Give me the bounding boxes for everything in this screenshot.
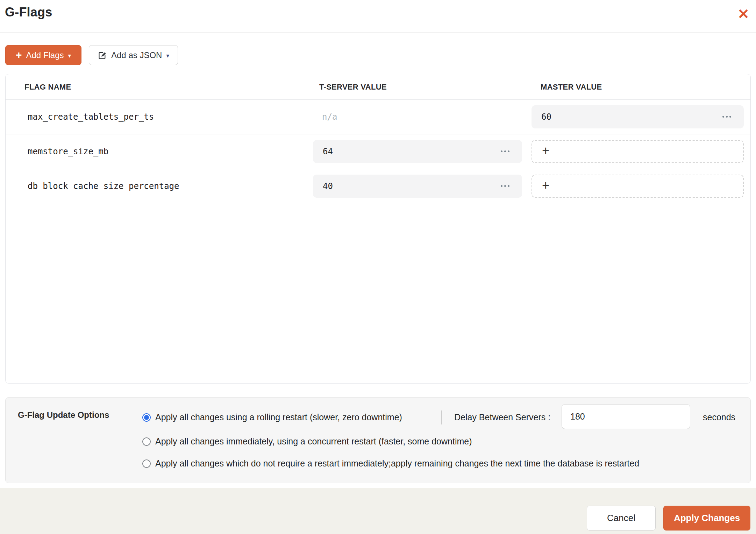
radio-label: Apply all changes using a rolling restar…	[155, 412, 402, 422]
tserver-value-cell[interactable]: 40	[313, 175, 522, 198]
cancel-button[interactable]: Cancel	[587, 506, 656, 531]
column-header-tserver-value: T-SERVER VALUE	[319, 83, 387, 92]
table-row: memstore_size_mb 64 +	[6, 134, 750, 169]
flags-table: FLAG NAME T-SERVER VALUE MASTER VALUE ma…	[5, 74, 751, 384]
column-header-flag-name: FLAG NAME	[24, 83, 71, 92]
tserver-value-empty: n/a	[322, 112, 337, 122]
chevron-down-icon: ▾	[166, 53, 169, 59]
modal-footer: Cancel Apply Changes	[0, 488, 756, 534]
delay-separator	[441, 410, 442, 424]
flag-name-cell: db_block_cache_size_percentage	[28, 181, 179, 191]
master-value-text: 60	[541, 112, 551, 122]
flag-name-cell: memstore_size_mb	[28, 147, 108, 156]
table-row: db_block_cache_size_percentage 40 +	[6, 169, 750, 203]
radio-option-no-restart[interactable]: Apply all changes which do not require a…	[142, 458, 639, 469]
radio-option-concurrent-restart[interactable]: Apply all changes immediately, using a c…	[142, 436, 472, 447]
tserver-value-text: 64	[323, 147, 333, 156]
options-divider	[132, 398, 132, 483]
chevron-down-icon: ▾	[68, 53, 71, 59]
radio-label: Apply all changes which do not require a…	[155, 458, 639, 469]
tserver-value-text: 40	[323, 181, 333, 191]
add-master-value-button[interactable]: +	[532, 175, 744, 198]
radio-selected-icon[interactable]	[142, 413, 151, 422]
ellipsis-menu-icon[interactable]	[501, 183, 509, 189]
add-as-json-label: Add as JSON	[111, 50, 162, 60]
add-master-value-button[interactable]: +	[532, 140, 744, 163]
header-divider	[0, 32, 756, 33]
radio-label: Apply all changes immediately, using a c…	[155, 436, 472, 447]
close-icon[interactable]: ✕	[735, 6, 752, 22]
add-flags-label: Add Flags	[26, 50, 64, 60]
gflag-update-options-panel: G-Flag Update Options Apply all changes …	[5, 397, 751, 483]
tserver-value-cell[interactable]: 64	[313, 140, 522, 163]
add-flags-button[interactable]: + Add Flags ▾	[5, 45, 81, 65]
delay-between-servers-label: Delay Between Servers :	[454, 412, 550, 422]
ellipsis-menu-icon[interactable]	[722, 114, 731, 120]
column-header-master-value: MASTER VALUE	[541, 83, 602, 92]
radio-unselected-icon[interactable]	[142, 437, 151, 446]
add-as-json-button[interactable]: Add as JSON ▾	[89, 45, 178, 65]
plus-icon: +	[542, 145, 549, 157]
plus-icon: +	[542, 179, 549, 192]
options-title: G-Flag Update Options	[18, 410, 109, 420]
gflags-modal: G-Flags ✕ + Add Flags ▾ Add as JSON ▾ FL…	[0, 0, 756, 534]
apply-changes-button[interactable]: Apply Changes	[663, 506, 750, 531]
master-value-cell[interactable]: 60	[532, 105, 744, 128]
radio-option-rolling-restart[interactable]: Apply all changes using a rolling restar…	[142, 412, 402, 422]
delay-seconds-input[interactable]	[562, 404, 690, 429]
plus-icon: +	[16, 50, 22, 60]
page-title: G-Flags	[5, 5, 52, 20]
edit-icon	[98, 51, 107, 60]
table-row: max_create_tablets_per_ts n/a 60	[6, 99, 750, 134]
seconds-label: seconds	[703, 412, 735, 422]
ellipsis-menu-icon[interactable]	[501, 148, 509, 154]
flag-name-cell: max_create_tablets_per_ts	[28, 112, 154, 122]
radio-unselected-icon[interactable]	[142, 459, 151, 468]
